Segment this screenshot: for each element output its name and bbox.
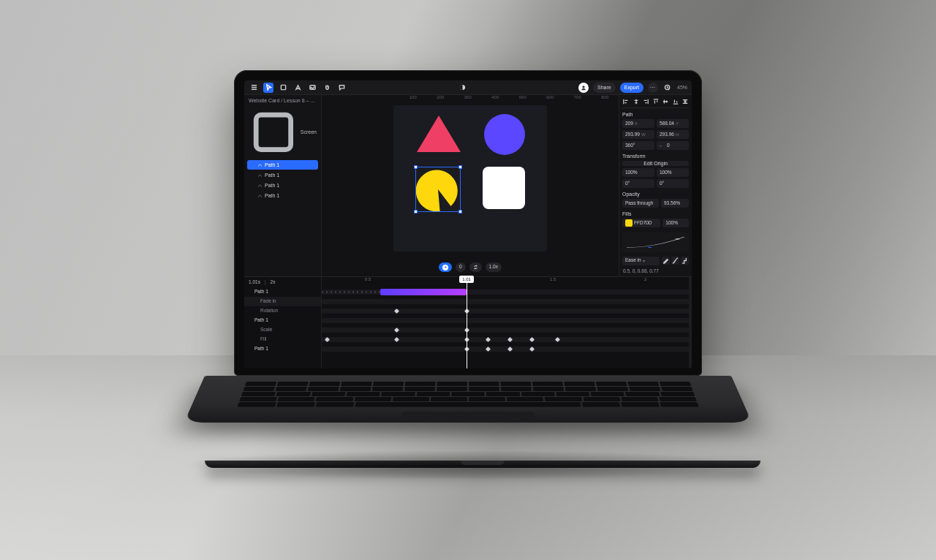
ease-curve-icon[interactable] xyxy=(671,257,679,265)
playback-speed[interactable]: 2x xyxy=(271,280,276,285)
track-row[interactable] xyxy=(322,297,692,306)
corner-field[interactable]: ⌐0 xyxy=(657,141,689,150)
fill-hex: FFD70D xyxy=(634,221,652,226)
fill-field[interactable]: FFD70D xyxy=(622,219,660,227)
track-row[interactable] xyxy=(322,335,692,344)
fill-opacity-field[interactable]: 100% xyxy=(663,219,689,227)
hand-tool-icon[interactable] xyxy=(322,83,332,93)
speed-button[interactable]: 1.0x xyxy=(486,262,502,272)
selection-handle[interactable] xyxy=(458,210,462,213)
timeline-tracks-area[interactable]: 0.5 1 1.5 2 xyxy=(322,277,692,368)
timeline-end[interactable] xyxy=(689,277,692,368)
selection-handle[interactable] xyxy=(458,165,462,169)
fill-swatch[interactable] xyxy=(625,219,633,227)
skewx-field[interactable]: 0° xyxy=(622,179,654,188)
ease-edit-icon[interactable] xyxy=(662,257,670,265)
track-row[interactable] xyxy=(322,306,692,316)
tl-layer[interactable]: Path 1 xyxy=(244,287,321,297)
scalex-field[interactable]: 100% xyxy=(622,168,654,177)
layer-group-screen[interactable]: Screen xyxy=(244,105,321,159)
loop-button[interactable] xyxy=(469,262,482,272)
layer-item[interactable]: Path 1 xyxy=(247,191,318,200)
svg-point-7 xyxy=(675,238,679,239)
y-field[interactable]: 588.04Y xyxy=(657,119,689,128)
segment[interactable] xyxy=(322,291,380,293)
tl-layer[interactable]: Path 1 xyxy=(244,344,321,354)
topbar: Share Export ⋯ 45% xyxy=(244,80,692,95)
w-label: W xyxy=(641,132,647,137)
layer-label: Path 1 xyxy=(265,183,279,188)
circle-shape[interactable] xyxy=(484,114,525,155)
square-shape[interactable] xyxy=(483,167,525,209)
corner-icon: ⌐ xyxy=(660,143,665,148)
scaley-field[interactable]: 100% xyxy=(657,168,689,177)
distribute-icon[interactable] xyxy=(682,98,689,105)
tl-prop[interactable]: Fill xyxy=(244,335,321,344)
avatar[interactable] xyxy=(578,83,589,93)
align-vcenter-icon[interactable] xyxy=(662,98,669,105)
ease-preset-field[interactable]: Ease in▾ xyxy=(622,257,660,265)
zoom-level[interactable]: 45% xyxy=(677,85,687,90)
svg-rect-5 xyxy=(256,115,290,149)
align-right-icon[interactable] xyxy=(642,98,649,105)
opacity-field[interactable]: 93.56% xyxy=(661,199,689,208)
export-button[interactable]: Export xyxy=(620,83,644,93)
rotation-field[interactable]: 360° xyxy=(622,141,654,150)
align-hcenter-icon[interactable] xyxy=(633,98,640,105)
artboard[interactable] xyxy=(393,105,547,251)
image-tool-icon[interactable] xyxy=(307,83,317,93)
bezier-values[interactable]: 0.5, 0, 0.88, 0.77 xyxy=(622,268,689,276)
align-top-icon[interactable] xyxy=(652,98,660,105)
menu-icon[interactable] xyxy=(249,83,259,93)
pen-tool-icon[interactable] xyxy=(292,83,303,93)
selection-box[interactable] xyxy=(415,167,461,212)
share-button[interactable]: Share xyxy=(593,83,616,93)
playhead-label: 1.01 xyxy=(459,276,474,283)
stage[interactable] xyxy=(322,102,619,259)
tl-prop[interactable]: Scale xyxy=(244,325,321,335)
play-button[interactable] xyxy=(439,262,452,272)
history-icon[interactable] xyxy=(663,83,673,93)
breadcrumb[interactable]: Website Card / Lesson 8 – Anim… xyxy=(244,95,321,105)
layer-item[interactable]: Path 1 xyxy=(247,170,318,180)
align-bottom-icon[interactable] xyxy=(672,98,679,105)
skewx-value: 0° xyxy=(625,181,630,186)
triangle-shape[interactable] xyxy=(417,116,461,152)
skewy-field[interactable]: 0° xyxy=(657,179,689,188)
track-row[interactable] xyxy=(322,287,692,297)
layer-item[interactable]: Path 1 xyxy=(247,181,318,190)
easing-curve[interactable] xyxy=(622,232,689,252)
app-logo-icon[interactable] xyxy=(458,83,468,93)
ease-step-icon[interactable] xyxy=(681,257,689,265)
h-field[interactable]: 293.96H xyxy=(657,130,689,139)
comment-tool-icon[interactable] xyxy=(336,83,347,93)
align-left-icon[interactable] xyxy=(622,98,630,105)
blend-field[interactable]: Pass through xyxy=(622,199,659,208)
ruler-mark: 2 xyxy=(600,277,692,287)
selection-handle[interactable] xyxy=(414,165,418,169)
track-row[interactable] xyxy=(322,325,692,335)
edit-origin-button[interactable]: Edit Origin xyxy=(622,161,689,166)
section-opacity: Opacity xyxy=(622,190,689,197)
ruler-mark: 100 xyxy=(399,95,427,102)
track-row[interactable] xyxy=(322,316,692,325)
tl-prop[interactable]: Fade in xyxy=(244,297,321,306)
x-field[interactable]: 209X xyxy=(622,119,654,128)
frame-tool-icon[interactable] xyxy=(278,83,288,93)
segment[interactable] xyxy=(380,289,467,295)
pointer-tool-icon[interactable] xyxy=(263,83,273,93)
layer-item[interactable]: Path 1 xyxy=(247,160,318,170)
ruler-mark: 700 xyxy=(564,95,592,102)
playhead[interactable]: 1.01 xyxy=(467,277,467,368)
corner-value: 0 xyxy=(667,143,670,148)
to-start-button[interactable]: 0 xyxy=(456,262,466,272)
more-icon[interactable]: ⋯ xyxy=(648,83,658,93)
h-value: 293.96 xyxy=(660,132,674,137)
track-row[interactable] xyxy=(322,344,692,354)
svg-point-6 xyxy=(647,247,652,248)
w-field[interactable]: 293.99W xyxy=(622,130,654,139)
ease-label: Ease in xyxy=(625,258,641,263)
selection-handle[interactable] xyxy=(414,210,418,213)
tl-prop[interactable]: Rotation xyxy=(244,306,321,316)
tl-layer[interactable]: Path 1 xyxy=(244,316,321,325)
